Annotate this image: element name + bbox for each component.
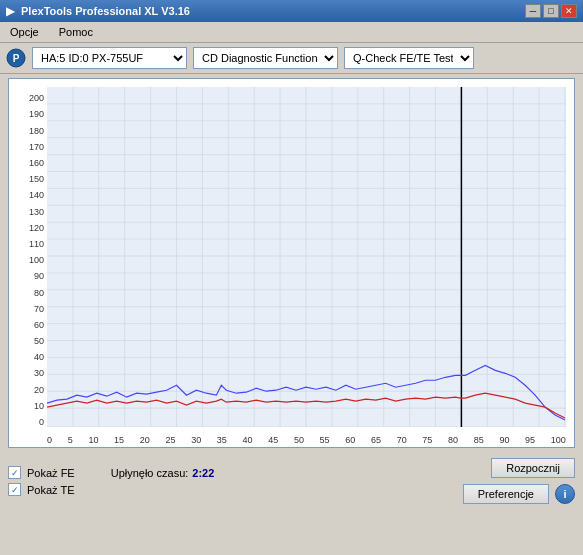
main-content: 0 10 20 30 40 50 60 70 80 90 100 110 120… — [0, 74, 583, 452]
menu-opcje[interactable]: Opcje — [4, 24, 45, 40]
chart-container: 0 10 20 30 40 50 60 70 80 90 100 110 120… — [8, 78, 575, 448]
show-fe-label: Pokaż FE — [27, 467, 75, 479]
bottom-right: Rozpocznij Preferencje i — [463, 458, 575, 504]
bottom-right-row: Preferencje i — [463, 484, 575, 504]
minimize-button[interactable]: ─ — [525, 4, 541, 18]
show-te-checkbox[interactable]: ✓ — [8, 483, 21, 496]
close-button[interactable]: ✕ — [561, 4, 577, 18]
test-select[interactable]: Q-Check FE/TE Test — [344, 47, 474, 69]
drive-select[interactable]: HA:5 ID:0 PX-755UF — [32, 47, 187, 69]
x-axis: 0 5 10 15 20 25 30 35 40 45 50 55 60 65 … — [47, 435, 566, 445]
svg-text:P: P — [13, 53, 20, 64]
y-axis: 0 10 20 30 40 50 60 70 80 90 100 110 120… — [13, 87, 47, 427]
te-row: ✓ Pokaż TE — [8, 483, 214, 496]
window-title: PlexTools Professional XL V3.16 — [21, 5, 190, 17]
show-te-label: Pokaż TE — [27, 484, 75, 496]
menu-pomoc[interactable]: Pomoc — [53, 24, 99, 40]
time-section: Upłynęło czasu: 2:22 — [111, 467, 215, 479]
window-controls: ─ □ ✕ — [525, 4, 577, 18]
title-bar: ▶ PlexTools Professional XL V3.16 ─ □ ✕ — [0, 0, 583, 22]
toolbar: P HA:5 ID:0 PX-755UF CD Diagnostic Funct… — [0, 43, 583, 74]
info-button[interactable]: i — [555, 484, 575, 504]
chart-svg — [47, 87, 566, 427]
elapsed-label: Upłynęło czasu: — [111, 467, 189, 479]
prefs-button[interactable]: Preferencje — [463, 484, 549, 504]
chart-area — [47, 87, 566, 427]
bottom-panel: ✓ Pokaż FE Upłynęło czasu: 2:22 ✓ Pokaż … — [0, 452, 583, 510]
show-fe-checkbox[interactable]: ✓ — [8, 466, 21, 479]
app-icon: ▶ — [6, 4, 15, 18]
elapsed-value: 2:22 — [192, 467, 214, 479]
maximize-button[interactable]: □ — [543, 4, 559, 18]
menu-bar: Opcje Pomoc — [0, 22, 583, 43]
start-button[interactable]: Rozpocznij — [491, 458, 575, 478]
bottom-left: ✓ Pokaż FE Upłynęło czasu: 2:22 ✓ Pokaż … — [8, 466, 214, 496]
function-select[interactable]: CD Diagnostic Functions — [193, 47, 338, 69]
plextools-logo-icon: P — [6, 48, 26, 68]
fe-row: ✓ Pokaż FE Upłynęło czasu: 2:22 — [8, 466, 214, 479]
